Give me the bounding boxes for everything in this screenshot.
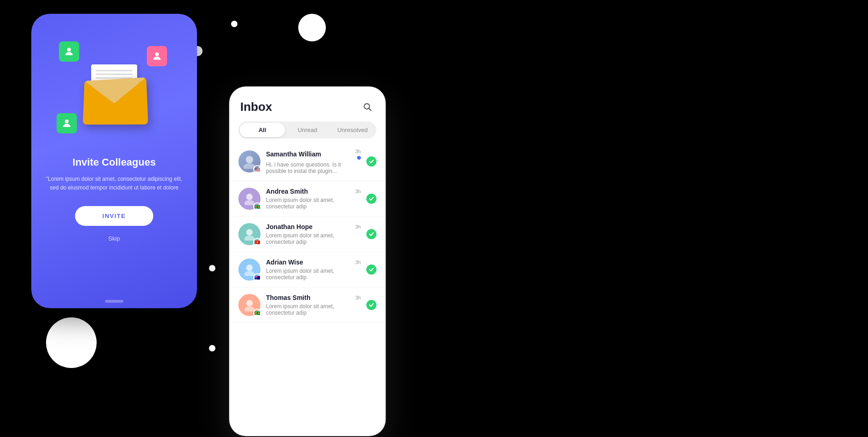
svg-point-13 [246, 300, 253, 306]
item-name-jonathan: Jonathan Hope [266, 223, 312, 230]
avatar-wrap-andrea: 🇧🇷 [238, 188, 260, 210]
svg-point-7 [246, 194, 253, 200]
deco-circle-1 [298, 14, 326, 41]
item-name-row-thomas: Thomas Smith 3h [266, 294, 361, 301]
skip-link[interactable]: Skip [45, 235, 183, 242]
invite-title: Invite Colleagues [45, 156, 183, 168]
item-name-thomas: Thomas Smith [266, 294, 310, 301]
float-icon-green-bottom [57, 113, 77, 133]
item-preview2-andrea: consectetur adip [266, 203, 358, 210]
deco-circle-5 [209, 345, 215, 351]
svg-point-12 [244, 271, 255, 276]
svg-line-4 [369, 109, 371, 111]
item-time-wrap-samantha: 3h [355, 149, 361, 160]
phone-bottom-bar [105, 300, 123, 303]
item-time-wrap-jonathan: 3h [355, 224, 361, 230]
avatar-wrap-jonathan: 🇻🇳 [238, 223, 260, 245]
item-preview-andrea: Lorem ipsum dolor sit amet, [266, 197, 358, 203]
flag-jonathan: 🇻🇳 [253, 238, 261, 246]
flag-samantha: 🇺🇸 [253, 165, 261, 173]
svg-point-9 [246, 229, 253, 236]
check-icon-adrian [366, 264, 376, 275]
inbox-header: Inbox [229, 86, 386, 121]
item-preview-adrian: Lorem ipsum dolor sit amet, [266, 268, 358, 274]
item-time-thomas: 3h [355, 295, 361, 300]
item-content-adrian: Adrian Wise 3h Lorem ipsum dolor sit ame… [266, 259, 361, 281]
item-time-samantha: 3h [355, 149, 361, 154]
item-time-wrap-adrian: 3h [355, 259, 361, 265]
search-button[interactable] [360, 99, 375, 114]
illustration-area [54, 32, 174, 152]
right-phone: Inbox All Unread Unresolved [229, 86, 386, 436]
invite-button[interactable]: INVITE [75, 206, 154, 226]
deco-circle-6 [46, 317, 97, 368]
float-icon-pink [147, 46, 167, 66]
item-preview-thomas: Lorem ipsum dolor sit amet, [266, 303, 358, 310]
svg-point-5 [246, 156, 253, 163]
left-phone: Invite Colleagues "Lorem ipsum dolor sit… [31, 14, 197, 308]
item-time-adrian: 3h [355, 259, 361, 265]
inbox-item-jonathan[interactable]: 🇻🇳 Jonathan Hope 3h Lorem ipsum dolor si… [229, 217, 386, 252]
item-time-jonathan: 3h [355, 224, 361, 230]
item-name-row-andrea: Andrea Smith 3h [266, 188, 361, 195]
item-preview-samantha: Hi, i have some questions. Is it [266, 161, 358, 168]
envelope-illustration [82, 78, 146, 124]
avatar-wrap-adrian: 🇦🇺 [238, 259, 260, 281]
item-content-samantha: Samantha William 3h Hi, i have some ques… [266, 149, 361, 174]
svg-point-2 [65, 120, 69, 123]
inbox-tabs: All Unread Unresolved [238, 121, 376, 138]
inbox-item-thomas[interactable]: 🇧🇷 Thomas Smith 3h Lorem ipsum dolor sit… [229, 288, 386, 323]
inbox-list: 🇺🇸 Samantha William 3h Hi, i have some q… [229, 142, 386, 323]
tab-unread[interactable]: Unread [285, 123, 330, 137]
item-name-adrian: Adrian Wise [266, 259, 303, 266]
tab-all[interactable]: All [240, 123, 285, 137]
item-name-samantha: Samantha William [266, 150, 321, 158]
flag-adrian: 🇦🇺 [253, 273, 261, 282]
flag-andrea: 🇧🇷 [253, 202, 261, 211]
item-name-row-adrian: Adrian Wise 3h [266, 259, 361, 266]
left-phone-content: Invite Colleagues "Lorem ipsum dolor sit… [45, 156, 183, 242]
svg-point-10 [244, 236, 255, 241]
item-preview-jonathan: Lorem ipsum dolor sit amet, [266, 232, 358, 239]
check-icon-samantha [366, 156, 376, 167]
svg-point-14 [244, 306, 255, 311]
check-icon-andrea [366, 194, 376, 204]
inbox-item-adrian[interactable]: 🇦🇺 Adrian Wise 3h Lorem ipsum dolor sit … [229, 252, 386, 288]
check-icon-jonathan [366, 229, 376, 239]
deco-circle-3 [231, 21, 237, 27]
item-preview2-adrian: consectetur adip [266, 274, 358, 281]
svg-point-8 [244, 200, 255, 205]
invite-subtitle: "Lorem ipsum dolor sit amet, consectetur… [45, 175, 183, 192]
item-name-andrea: Andrea Smith [266, 188, 308, 195]
float-icon-green-top [59, 41, 79, 62]
item-preview2-thomas: consectetur adip [266, 310, 358, 316]
item-content-jonathan: Jonathan Hope 3h Lorem ipsum dolor sit a… [266, 223, 361, 245]
item-name-row-jonathan: Jonathan Hope 3h [266, 223, 361, 230]
inbox-item-andrea[interactable]: 🇧🇷 Andrea Smith 3h Lorem ipsum dolor sit… [229, 181, 386, 217]
item-name-row-samantha: Samantha William 3h [266, 149, 361, 160]
avatar-wrap-thomas: 🇧🇷 [238, 294, 260, 316]
svg-point-11 [246, 264, 253, 271]
item-preview2-jonathan: consectetur adip [266, 239, 358, 245]
item-content-andrea: Andrea Smith 3h Lorem ipsum dolor sit am… [266, 188, 361, 210]
svg-point-1 [155, 52, 159, 56]
left-phone-screen: Invite Colleagues "Lorem ipsum dolor sit… [31, 14, 197, 308]
item-time-wrap-andrea: 3h [355, 189, 361, 194]
item-preview2-samantha: possible to instal the plugin... [266, 168, 358, 174]
check-icon-thomas [366, 300, 376, 310]
deco-circle-4 [209, 265, 215, 271]
inbox-title: Inbox [240, 100, 272, 114]
item-time-andrea: 3h [355, 189, 361, 194]
tab-unresolved[interactable]: Unresolved [330, 123, 375, 137]
item-time-wrap-thomas: 3h [355, 295, 361, 300]
svg-point-0 [67, 48, 71, 52]
avatar-wrap-samantha: 🇺🇸 [238, 150, 260, 172]
flag-thomas: 🇧🇷 [253, 309, 261, 317]
unread-dot-samantha [357, 156, 361, 160]
inbox-item-samantha[interactable]: 🇺🇸 Samantha William 3h Hi, i have some q… [229, 142, 386, 181]
item-content-thomas: Thomas Smith 3h Lorem ipsum dolor sit am… [266, 294, 361, 316]
